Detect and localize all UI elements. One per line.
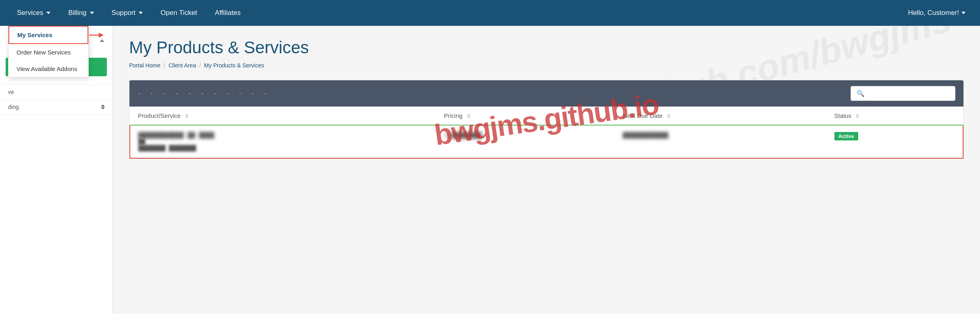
- product-name-line2: ██: [138, 138, 145, 145]
- dropdown-item-my-services[interactable]: My Services: [8, 26, 88, 44]
- sort-icon-due-date[interactable]: ⇵: [667, 113, 671, 119]
- table-header-row: Product/Service ⇵ Pricing ⇵ Next Due Dat…: [130, 107, 963, 125]
- table-search-box[interactable]: 🔍: [851, 86, 955, 101]
- svg-marker-1: [99, 33, 104, 38]
- breadcrumb: Portal Home / Client Area / My Products …: [129, 62, 964, 69]
- sidebar-item-ding-label: ding: [8, 104, 19, 110]
- table-header-bar: · · · · · · · · · · · 🔍: [129, 80, 963, 107]
- breadcrumb-client-area[interactable]: Client Area: [169, 62, 196, 69]
- sidebar-item-ve-label: ve: [8, 89, 14, 95]
- nav-item-open-ticket[interactable]: Open Ticket: [152, 0, 206, 26]
- services-dropdown: My Services Order New Services View Avai…: [8, 26, 89, 77]
- services-table: Product/Service ⇵ Pricing ⇵ Next Due Dat…: [129, 107, 963, 159]
- sidebar-bottom: ve ding 0: [0, 84, 113, 115]
- table-body: ████████████ ██ ████ ██ ████████ ███████…: [130, 125, 963, 158]
- status-badge: Active: [834, 132, 858, 140]
- sort-icon-status[interactable]: ⇵: [855, 113, 859, 119]
- breadcrumb-sep-2: /: [199, 62, 201, 69]
- arrow-indicator-icon: [89, 32, 104, 38]
- nav-label-services: Services: [17, 9, 43, 17]
- sidebar-bottom-item-ding: ding 0: [0, 100, 113, 115]
- cell-status: Active: [826, 125, 963, 158]
- product-name-line1: ████████████ ██ ████: [138, 132, 215, 138]
- search-icon: 🔍: [857, 90, 865, 97]
- col-header-due-date: Next Due Date ⇵: [615, 107, 826, 125]
- dropdown-item-order-new[interactable]: Order New Services: [8, 44, 88, 61]
- col-header-pricing: Pricing ⇵: [436, 107, 615, 125]
- col-header-status: Status ⇵: [826, 107, 963, 125]
- sort-icon-product[interactable]: ⇵: [185, 113, 189, 119]
- table-head: Product/Service ⇵ Pricing ⇵ Next Due Dat…: [130, 107, 963, 125]
- col-header-product: Product/Service ⇵: [130, 107, 436, 125]
- breadcrumb-home[interactable]: Portal Home: [129, 62, 161, 69]
- support-caret-icon: [139, 12, 143, 14]
- product-name-line3: ████████ ████████: [138, 145, 196, 151]
- breadcrumb-sep-1: /: [164, 62, 165, 69]
- navbar-left: Services My Services Order New Services …: [8, 0, 901, 26]
- breadcrumb-current: My Products & Services: [204, 62, 264, 69]
- user-greeting: Hello, Customer!: [908, 9, 959, 17]
- nav-label-open-ticket: Open Ticket: [161, 9, 197, 17]
- sort-icon-pricing[interactable]: ⇵: [467, 113, 471, 119]
- nav-item-billing[interactable]: Billing: [59, 0, 102, 26]
- nav-label-billing: Billing: [68, 9, 86, 17]
- billing-caret-icon: [90, 12, 94, 14]
- dropdown-item-view-addons[interactable]: View Available Addons: [8, 61, 88, 77]
- nav-label-affiliates: Affiliates: [215, 9, 241, 17]
- services-caret-icon: [46, 12, 50, 14]
- table-header-title: · · · · · · · · · · ·: [138, 90, 268, 97]
- cell-product: ████████████ ██ ████ ██ ████████ ███████…: [130, 125, 436, 158]
- search-input[interactable]: [868, 90, 949, 97]
- nav-item-services[interactable]: Services My Services Order New Services …: [8, 0, 59, 26]
- cell-pricing: $1████████: [436, 125, 615, 158]
- cell-due-date: ████████████: [615, 125, 826, 158]
- sidebar-item-ding-value: 0: [101, 104, 104, 110]
- main-content: github.com/bwgjms My Products & Services…: [113, 26, 980, 314]
- user-menu-caret-icon: [961, 12, 965, 14]
- pricing-value: $1████████: [444, 132, 482, 138]
- user-menu[interactable]: Hello, Customer!: [901, 9, 972, 17]
- nav-item-affiliates[interactable]: Affiliates: [206, 0, 250, 26]
- nav-label-support: Support: [112, 9, 136, 17]
- page-title: My Products & Services: [129, 38, 964, 57]
- services-table-wrapper: · · · · · · · · · · · 🔍 bwgjms.github.io…: [129, 80, 964, 159]
- table-row[interactable]: ████████████ ██ ████ ██ ████████ ███████…: [130, 125, 963, 158]
- page-wrapper: W + Add Funds ve ding 0 github.com/bwgjm…: [0, 26, 980, 314]
- nav-item-support[interactable]: Support: [103, 0, 152, 26]
- due-date-value: ████████████: [623, 132, 669, 138]
- sidebar-bottom-item-ve: ve: [0, 85, 113, 100]
- sidebar-chevron-up-icon: [100, 39, 104, 42]
- navbar: Services My Services Order New Services …: [0, 0, 980, 26]
